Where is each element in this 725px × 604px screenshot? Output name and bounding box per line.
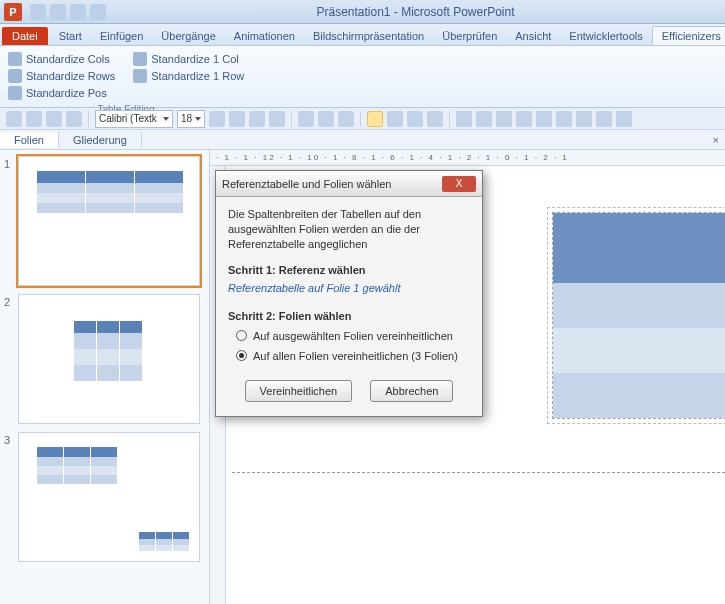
- slide-thumbnail-2[interactable]: [18, 294, 200, 424]
- ribbon-tabs: Datei Start Einfügen Übergänge Animation…: [0, 24, 725, 46]
- superscript-icon[interactable]: [249, 111, 265, 127]
- standardize-rows-button[interactable]: Standardize Rows: [6, 68, 117, 84]
- tab-insert[interactable]: Einfügen: [91, 27, 152, 45]
- slide-number: 2: [4, 294, 18, 424]
- bullets-icon[interactable]: [298, 111, 314, 127]
- align-left-icon[interactable]: [367, 111, 383, 127]
- guide-line: [232, 472, 725, 473]
- slide-table[interactable]: [552, 212, 725, 419]
- dialog-title-bar[interactable]: Referenztabelle und Folien wählen X: [216, 171, 482, 197]
- tab-view[interactable]: Ansicht: [506, 27, 560, 45]
- shape-icon[interactable]: [456, 111, 472, 127]
- shape-icon[interactable]: [556, 111, 572, 127]
- chevron-down-icon: [195, 117, 201, 121]
- thumbnail-row: 2: [4, 294, 205, 424]
- separator: [88, 111, 89, 127]
- shape-icon[interactable]: [536, 111, 552, 127]
- radio-icon: [236, 330, 247, 341]
- window-title: Präsentation1 - Microsoft PowerPoint: [106, 5, 725, 19]
- standardize-cols-button[interactable]: Standardize Cols: [6, 51, 117, 67]
- label: Standardize Pos: [26, 87, 107, 99]
- paste-icon[interactable]: [6, 111, 22, 127]
- numbering-icon[interactable]: [318, 111, 334, 127]
- dialog-buttons: Vereinheitlichen Abbrechen: [228, 380, 470, 402]
- radio-label: Auf ausgewählten Folien vereinheitlichen: [253, 330, 453, 342]
- font-size-combo[interactable]: 18: [177, 110, 205, 128]
- slide-thumbnails: 1 2: [0, 150, 210, 604]
- qat-redo-icon[interactable]: [70, 4, 86, 20]
- tab-efficienizers[interactable]: Efficienizers: [652, 26, 725, 45]
- tab-outline[interactable]: Gliederung: [59, 132, 142, 148]
- tab-animations[interactable]: Animationen: [225, 27, 304, 45]
- label: Standardize 1 Col: [151, 53, 238, 65]
- table-pos-icon: [8, 86, 22, 100]
- dialog-step2-label: Schritt 2: Folien wählen: [228, 310, 470, 322]
- tab-transitions[interactable]: Übergänge: [152, 27, 224, 45]
- grow-font-icon[interactable]: [209, 111, 225, 127]
- slide-panel-tabs: Folien Gliederung ×: [0, 130, 725, 150]
- tab-start[interactable]: Start: [50, 27, 91, 45]
- separator: [291, 111, 292, 127]
- qat-save-icon[interactable]: [30, 4, 46, 20]
- shape-icon[interactable]: [576, 111, 592, 127]
- thumbnail-row: 1: [4, 156, 205, 286]
- label: Standardize 1 Row: [151, 70, 244, 82]
- standardize-1row-button[interactable]: Standardize 1 Row: [131, 68, 246, 84]
- tab-slides[interactable]: Folien: [0, 132, 59, 148]
- format-painter-icon[interactable]: [66, 111, 82, 127]
- radio-option-all-slides[interactable]: Auf allen Folien vereinheitlichen (3 Fol…: [236, 350, 470, 362]
- dialog-reference-table: Referenztabelle und Folien wählen X Die …: [215, 170, 483, 417]
- size-value: 18: [181, 113, 192, 124]
- table-row: [553, 328, 725, 373]
- shape-icon[interactable]: [596, 111, 612, 127]
- copy-icon[interactable]: [46, 111, 62, 127]
- tab-developer[interactable]: Entwicklertools: [560, 27, 651, 45]
- shape-icon[interactable]: [616, 111, 632, 127]
- shape-icon[interactable]: [476, 111, 492, 127]
- qat-more-icon[interactable]: [90, 4, 106, 20]
- dialog-title: Referenztabelle und Folien wählen: [222, 178, 442, 190]
- slide-number: 1: [4, 156, 18, 286]
- thumbnail-row: 3: [4, 432, 205, 562]
- separator: [360, 111, 361, 127]
- align-center-icon[interactable]: [387, 111, 403, 127]
- shape-icon[interactable]: [516, 111, 532, 127]
- standardize-1col-button[interactable]: Standardize 1 Col: [131, 51, 246, 67]
- slide-thumbnail-1[interactable]: [18, 156, 200, 286]
- horizontal-ruler: · 1 · 1 · 12 · 1 · 10 · 1 · 8 · 1 · 6 · …: [210, 150, 725, 166]
- cancel-button[interactable]: Abbrechen: [370, 380, 453, 402]
- standardize-pos-button[interactable]: Standardize Pos: [6, 85, 117, 101]
- dialog-body: Die Spaltenbreiten der Tabellen auf den …: [216, 197, 482, 416]
- table-header: [553, 213, 725, 283]
- table-1row-icon: [133, 69, 147, 83]
- quick-access-toolbar: [30, 4, 106, 20]
- title-bar: P Präsentation1 - Microsoft PowerPoint: [0, 0, 725, 24]
- close-button[interactable]: X: [442, 176, 476, 192]
- indent-icon[interactable]: [338, 111, 354, 127]
- radio-option-selected-slides[interactable]: Auf ausgewählten Folien vereinheitlichen: [236, 330, 470, 342]
- shape-icon[interactable]: [496, 111, 512, 127]
- table-cols-icon: [8, 52, 22, 66]
- tab-file[interactable]: Datei: [2, 27, 48, 45]
- radio-icon: [236, 350, 247, 361]
- label: Standardize Cols: [26, 53, 110, 65]
- table-row: [553, 283, 725, 328]
- separator: [449, 111, 450, 127]
- qat-undo-icon[interactable]: [50, 4, 66, 20]
- table-rows-icon: [8, 69, 22, 83]
- slide-thumbnail-3[interactable]: [18, 432, 200, 562]
- subscript-icon[interactable]: [269, 111, 285, 127]
- tab-review[interactable]: Überprüfen: [433, 27, 506, 45]
- ribbon: Standardize Cols Standardize Rows Standa…: [0, 46, 725, 108]
- align-right-icon[interactable]: [407, 111, 423, 127]
- ok-button[interactable]: Vereinheitlichen: [245, 380, 353, 402]
- shrink-font-icon[interactable]: [229, 111, 245, 127]
- close-icon[interactable]: ×: [713, 134, 719, 146]
- app-icon: P: [4, 3, 22, 21]
- table-1col-icon: [133, 52, 147, 66]
- cut-icon[interactable]: [26, 111, 42, 127]
- tab-slideshow[interactable]: Bildschirmpräsentation: [304, 27, 433, 45]
- align-justify-icon[interactable]: [427, 111, 443, 127]
- font-family-combo[interactable]: Calibri (Textk: [95, 110, 173, 128]
- font-value: Calibri (Textk: [99, 113, 157, 124]
